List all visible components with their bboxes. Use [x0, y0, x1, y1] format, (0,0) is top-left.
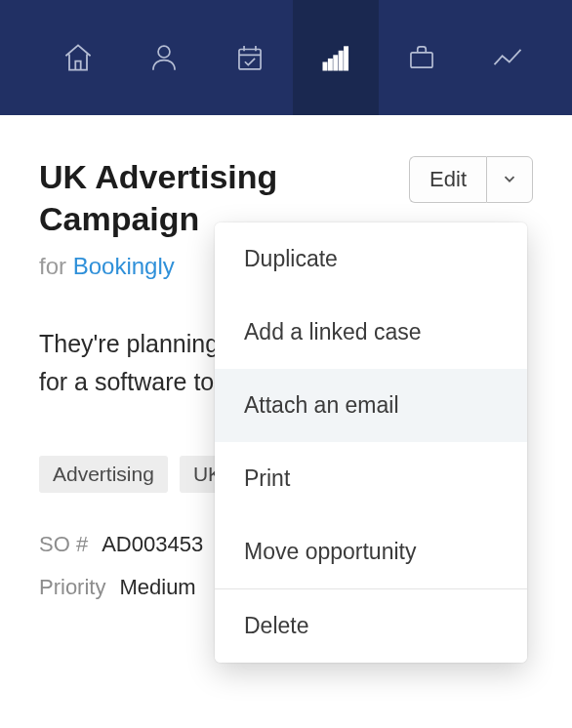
svg-rect-2	[323, 62, 326, 69]
edit-dropdown-toggle[interactable]	[486, 156, 533, 203]
svg-rect-5	[340, 52, 343, 70]
top-navbar	[0, 0, 572, 115]
edit-button-group: Edit	[409, 156, 533, 203]
menu-delete[interactable]: Delete	[215, 589, 527, 663]
nav-contacts[interactable]	[121, 0, 207, 115]
nav-deals[interactable]	[379, 0, 465, 115]
for-prefix: for	[39, 253, 66, 279]
menu-print[interactable]: Print	[215, 442, 527, 515]
so-value: AD003453	[102, 532, 203, 557]
calendar-check-icon	[230, 38, 269, 77]
so-label: SO #	[39, 532, 88, 557]
menu-attach-email[interactable]: Attach an email	[215, 369, 527, 442]
svg-rect-6	[345, 47, 347, 69]
priority-label: Priority	[39, 575, 105, 600]
company-link[interactable]: Bookingly	[73, 253, 175, 279]
nav-calendar[interactable]	[207, 0, 293, 115]
bars-icon	[316, 38, 355, 77]
menu-move-opportunity[interactable]: Move opportunity	[215, 515, 527, 588]
svg-rect-7	[411, 53, 432, 67]
menu-add-linked-case[interactable]: Add a linked case	[215, 296, 527, 369]
briefcase-icon	[402, 38, 441, 77]
edit-button[interactable]: Edit	[409, 156, 486, 203]
edit-dropdown-menu: Duplicate Add a linked case Attach an em…	[215, 222, 527, 663]
tag[interactable]: Advertising	[39, 456, 168, 493]
priority-value: Medium	[119, 575, 195, 600]
nav-reports[interactable]	[293, 0, 379, 115]
svg-rect-1	[239, 50, 261, 69]
nav-activity[interactable]	[465, 0, 551, 115]
nav-home[interactable]	[35, 0, 121, 115]
person-icon	[144, 38, 184, 77]
home-icon	[59, 38, 98, 77]
menu-duplicate[interactable]: Duplicate	[215, 222, 527, 296]
svg-rect-4	[334, 56, 337, 69]
svg-point-0	[158, 46, 170, 58]
chevron-down-icon	[501, 170, 518, 190]
svg-rect-3	[329, 60, 332, 70]
trend-icon	[488, 38, 527, 77]
